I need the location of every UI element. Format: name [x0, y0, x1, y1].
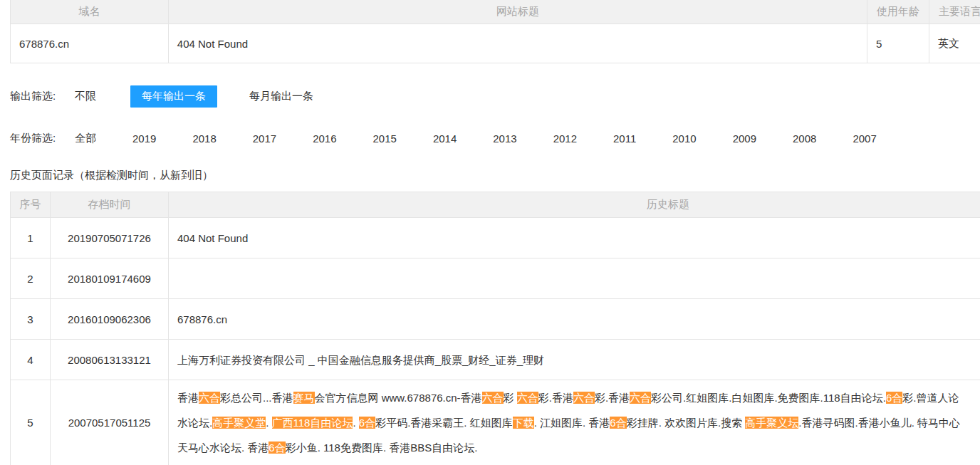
column-header: 历史标题	[169, 192, 980, 217]
history-title-text: 彩	[504, 392, 517, 404]
history-title-line: 香港六合彩总公司...香港赛马会官方信息网 www.678876.cn-香港六合…	[177, 385, 980, 410]
domain-table-cell: 5	[867, 24, 929, 63]
year-filter-options: 全部20192018201720162015201420132012201120…	[75, 132, 913, 145]
table-row: 320160109062306678876.cn	[11, 298, 980, 339]
year-filter-option[interactable]: 2016	[313, 132, 336, 145]
row-index-cell: 2	[11, 258, 51, 298]
year-filter-label: 年份筛选:	[10, 132, 75, 145]
history-title-text: 彩平码.香港采霸王. 红姐图库	[375, 417, 513, 429]
history-table-header-row: 序号存档时间历史标题	[11, 192, 980, 217]
history-records-table: 序号存档时间历史标题 120190705071726404 Not Found2…	[10, 192, 980, 465]
archive-time-cell: 20070517051125	[51, 380, 169, 465]
year-filter-option[interactable]: 全部	[75, 132, 96, 145]
keyword-highlight: 6合	[359, 417, 375, 429]
keyword-highlight: 六合	[517, 392, 538, 404]
output-filter-label: 输出筛选:	[10, 90, 75, 103]
page: 域名网站标题使用年龄主要语言 678876.cn404 Not Found5英文…	[0, 0, 980, 465]
history-title-text: 彩挂牌. 欢欢图片库.搜索	[627, 417, 746, 429]
history-title-text: 水论坛.	[177, 417, 212, 429]
domain-table-data-row: 678876.cn404 Not Found5英文	[11, 23, 980, 63]
column-header: 使用年龄	[867, 0, 929, 23]
keyword-highlight: 6合	[269, 442, 285, 454]
keyword-highlight: 六合	[482, 392, 504, 404]
year-filter-option[interactable]: 2007	[853, 132, 876, 145]
keyword-highlight: 6合	[886, 392, 902, 404]
row-index-cell: 4	[11, 340, 51, 380]
history-title-text: 彩.香港	[595, 392, 630, 404]
year-filter-option[interactable]: 2017	[253, 132, 276, 145]
year-filter-option[interactable]: 2015	[373, 132, 397, 145]
year-filter-option[interactable]: 2019	[132, 132, 156, 145]
year-filter-option[interactable]: 2010	[672, 132, 696, 145]
keyword-highlight: 广西118自由论坛	[272, 417, 353, 429]
history-title-text: 404 Not Found	[177, 232, 248, 244]
history-title-text: . 江姐图库. 香港	[534, 417, 610, 429]
archive-time-cell: 20080613133121	[51, 340, 169, 380]
keyword-highlight: 六合	[573, 392, 595, 404]
archive-time-cell: 20190705071726	[51, 218, 169, 258]
column-header: 存档时间	[51, 192, 169, 217]
year-filter-row: 年份筛选: 全部20192018201720162015201420132012…	[10, 128, 980, 148]
year-filter-option[interactable]: 2011	[613, 132, 636, 145]
history-title-cell: 上海万利证券投资有限公司 _ 中国金融信息服务提供商_股票_财经_证券_理财	[169, 340, 980, 380]
history-title-line: 678876.cn	[177, 307, 980, 332]
output-filter-option[interactable]: 不限	[75, 90, 96, 103]
history-title-cell	[169, 258, 980, 298]
history-title-line: 天马心水论坛. 香港6合彩小鱼. 118免费图库. 香港BBS自由论坛.	[177, 435, 980, 460]
keyword-highlight: 6合	[610, 417, 626, 429]
history-table-body: 120190705071726404 Not Found220180109174…	[11, 217, 980, 465]
domain-summary-table: 域名网站标题使用年龄主要语言 678876.cn404 Not Found5英文	[10, 0, 980, 63]
year-filter-option[interactable]: 2012	[553, 132, 577, 145]
history-title-text: 彩.香港	[538, 392, 573, 404]
history-title-text: 彩公司.红姐图库.白姐图库.免费图库.118自由论坛.	[651, 392, 886, 404]
history-title-text: 香港	[177, 392, 199, 404]
history-title-line: 404 Not Found	[177, 226, 980, 251]
history-title-text: .	[353, 417, 358, 429]
history-title-cell: 404 Not Found	[169, 218, 980, 258]
history-title-text: 彩.曾道人论	[902, 392, 959, 404]
table-row: 120190705071726404 Not Found	[11, 217, 980, 258]
keyword-highlight: 高手聚义堂	[212, 417, 266, 429]
history-title-line: 上海万利证券投资有限公司 _ 中国金融信息服务提供商_股票_财经_证券_理财	[177, 348, 980, 372]
domain-table-header-row: 域名网站标题使用年龄主要语言	[11, 0, 980, 23]
history-section-title: 历史页面记录（根据检测时间，从新到旧）	[10, 169, 980, 183]
column-header: 网站标题	[169, 0, 867, 23]
year-filter-option[interactable]: 2018	[192, 132, 216, 145]
year-filter-option[interactable]: 2009	[733, 132, 756, 145]
output-filter-option[interactable]: 每月输出一条	[249, 90, 313, 103]
history-title-text: 678876.cn	[177, 313, 227, 325]
keyword-highlight: 下载	[513, 417, 534, 429]
row-index-cell: 1	[11, 218, 51, 258]
table-row: 220180109174609	[11, 258, 980, 298]
history-title-text: 天马心水论坛. 香港	[177, 442, 269, 454]
keyword-highlight: 六合	[199, 392, 220, 404]
table-row: 420080613133121上海万利证券投资有限公司 _ 中国金融信息服务提供…	[11, 339, 980, 380]
year-filter-option[interactable]: 2008	[793, 132, 816, 145]
archive-time-cell: 20160109062306	[51, 299, 169, 339]
archive-time-cell: 20180109174609	[51, 258, 169, 298]
year-filter-option[interactable]: 2014	[433, 132, 457, 145]
domain-table-cell: 678876.cn	[11, 24, 169, 63]
year-filter-option[interactable]: 2013	[493, 132, 516, 145]
row-index-cell: 5	[11, 380, 51, 465]
output-filter-option-selected[interactable]: 每年输出一条	[130, 85, 217, 108]
keyword-highlight: 赛马	[293, 392, 315, 404]
history-title-text: 彩小鱼. 118免费图库. 香港BBS自由论坛.	[286, 442, 478, 454]
row-index-cell: 3	[11, 299, 51, 339]
history-title-text: 彩总公司...香港	[220, 392, 293, 404]
history-title-cell: 香港六合彩总公司...香港赛马会官方信息网 www.678876.cn-香港六合…	[169, 380, 980, 465]
history-title-text: .香港寻码图.香港小鱼儿. 特马中心	[798, 417, 960, 429]
history-title-text: 会官方信息网 www.678876.cn-香港	[315, 392, 482, 404]
output-filter-row: 输出筛选: 不限每年输出一条每月输出一条	[10, 85, 980, 107]
column-header: 主要语言	[929, 0, 980, 23]
column-header: 域名	[11, 0, 169, 23]
history-title-text: 上海万利证券投资有限公司 _ 中国金融信息服务提供商_股票_财经_证券_理财	[177, 354, 544, 366]
domain-table-cell: 英文	[929, 24, 980, 63]
column-header: 序号	[11, 192, 51, 217]
output-filter-options: 不限每年输出一条每月输出一条	[75, 85, 348, 108]
table-row: 520070517051125香港六合彩总公司...香港赛马会官方信息网 www…	[11, 380, 980, 465]
domain-table-cell: 404 Not Found	[169, 24, 867, 63]
history-title-line: 水论坛.高手聚义堂. 广西118自由论坛. 6合彩平码.香港采霸王. 红姐图库下…	[177, 410, 980, 435]
history-title-cell: 678876.cn	[169, 299, 980, 339]
history-title-text: .	[266, 417, 271, 429]
